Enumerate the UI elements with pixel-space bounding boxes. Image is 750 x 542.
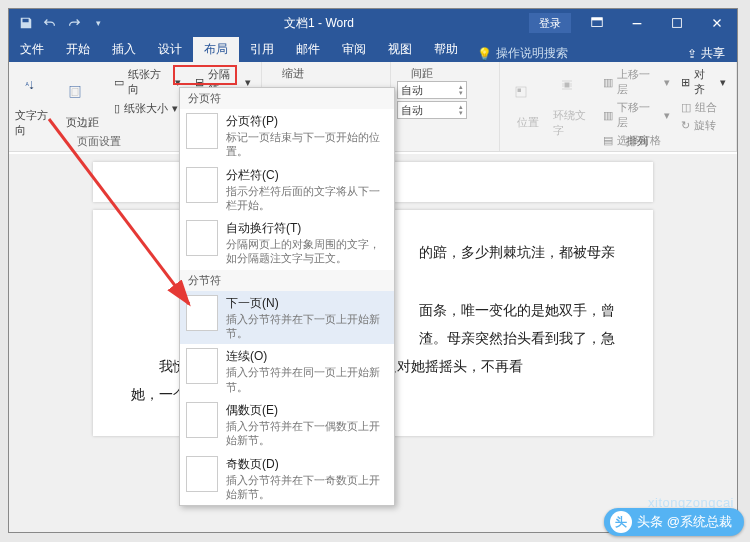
size-icon: ▯	[114, 102, 120, 115]
dd-page-break[interactable]: 分页符(P)标记一页结束与下一页开始的位置。	[180, 109, 394, 163]
tab-design[interactable]: 设计	[147, 37, 193, 62]
dd-even-page-title: 偶数页(E)	[226, 402, 388, 419]
group-button: ◫ 组合	[677, 99, 730, 116]
document-title: 文档1 - Word	[109, 15, 529, 32]
bring-forward-button: ▥ 上移一层 ▾	[599, 66, 674, 98]
save-button[interactable]	[15, 12, 37, 34]
tab-references[interactable]: 引用	[239, 37, 285, 62]
svg-rect-8	[517, 89, 521, 93]
quick-access-toolbar: ▾	[9, 12, 109, 34]
dd-odd-page[interactable]: 奇数页(D)插入分节符并在下一奇数页上开始新节。	[180, 452, 394, 506]
even-page-icon	[186, 402, 218, 438]
spacing-header: 间距	[397, 66, 493, 81]
rotate-button: ↻ 旋转	[677, 117, 730, 134]
tab-insert[interactable]: 插入	[101, 37, 147, 62]
lightbulb-icon: 💡	[477, 47, 492, 61]
svg-rect-2	[633, 23, 642, 24]
spacing-before-input[interactable]: 自动▴▾	[397, 81, 467, 99]
share-button[interactable]: ⇪ 共享	[675, 45, 737, 62]
size-label: 纸张大小	[124, 101, 168, 116]
svg-rect-3	[673, 19, 682, 28]
dd-continuous-title: 连续(O)	[226, 348, 388, 365]
position-icon	[514, 85, 542, 113]
text-direction-icon: A	[23, 78, 51, 106]
minimize-button[interactable]	[617, 9, 657, 37]
dd-odd-page-title: 奇数页(D)	[226, 456, 388, 473]
tell-me-search[interactable]: 💡 操作说明搜索	[469, 45, 568, 62]
wrap-text-button: 环绕文字	[553, 66, 597, 149]
dd-page-break-title: 分页符(P)	[226, 113, 388, 130]
close-button[interactable]	[697, 9, 737, 37]
orientation-button[interactable]: ▭纸张方向 ▾	[110, 66, 185, 98]
tab-view[interactable]: 视图	[377, 37, 423, 62]
tab-file[interactable]: 文件	[9, 37, 55, 62]
size-button[interactable]: ▯纸张大小 ▾	[110, 100, 185, 117]
svg-rect-5	[70, 87, 80, 98]
dd-column-break[interactable]: 分栏符(C)指示分栏符后面的文字将从下一栏开始。	[180, 163, 394, 217]
group-btn-label: 组合	[695, 100, 717, 115]
svg-text:A: A	[25, 80, 29, 86]
watermark-handle: 头条 @系统总裁	[637, 513, 732, 531]
position-button: 位置	[506, 66, 550, 149]
spacing-after-value: 自动	[401, 103, 423, 118]
tab-home[interactable]: 开始	[55, 37, 101, 62]
breaks-dropdown: 分页符 分页符(P)标记一页结束与下一页开始的位置。 分栏符(C)指示分栏符后面…	[179, 87, 395, 506]
maximize-button[interactable]	[657, 9, 697, 37]
redo-button[interactable]	[63, 12, 85, 34]
undo-button[interactable]	[39, 12, 61, 34]
align-button[interactable]: ⊞ 对齐 ▾	[677, 66, 730, 98]
margins-label: 页边距	[66, 115, 99, 130]
dd-text-wrap-title: 自动换行符(T)	[226, 220, 388, 237]
svg-rect-1	[592, 18, 603, 21]
tab-layout[interactable]: 布局	[193, 37, 239, 62]
tab-review[interactable]: 审阅	[331, 37, 377, 62]
orientation-label: 纸张方向	[128, 67, 171, 97]
send-backward-button: ▥ 下移一层 ▾	[599, 99, 674, 131]
dd-next-page-desc: 插入分节符并在下一页上开始新节。	[226, 312, 388, 341]
next-page-icon	[186, 295, 218, 331]
dd-text-wrap-desc: 分隔网页上的对象周围的文字，如分隔题注文字与正文。	[226, 237, 388, 266]
rotate-label: 旋转	[694, 118, 716, 133]
margins-icon	[68, 85, 96, 113]
tab-mailings[interactable]: 邮件	[285, 37, 331, 62]
qat-customize[interactable]: ▾	[87, 12, 109, 34]
share-icon: ⇪	[687, 47, 697, 61]
page-break-icon	[186, 113, 218, 149]
wrap-icon	[560, 78, 588, 106]
continuous-icon	[186, 348, 218, 384]
svg-rect-9	[565, 82, 570, 87]
orientation-icon: ▭	[114, 76, 124, 89]
dd-section-section-breaks: 分节符	[180, 270, 394, 291]
dd-text-wrap-break[interactable]: 自动换行符(T)分隔网页上的对象周围的文字，如分隔题注文字与正文。	[180, 216, 394, 270]
ribbon-options-button[interactable]	[577, 9, 617, 37]
tab-help[interactable]: 帮助	[423, 37, 469, 62]
text-wrap-icon	[186, 220, 218, 256]
text-direction-label: 文字方向	[15, 108, 59, 138]
page-setup-group-label: 页面设置	[29, 134, 169, 149]
ribbon-tabs: 文件 开始 插入 设计 布局 引用 邮件 审阅 视图 帮助 💡 操作说明搜索 ⇪…	[9, 37, 737, 62]
dd-even-page[interactable]: 偶数页(E)插入分节符并在下一偶数页上开始新节。	[180, 398, 394, 452]
align-label: 对齐	[694, 67, 716, 97]
watermark-badge: 头 头条 @系统总裁	[604, 508, 744, 536]
watermark-avatar-icon: 头	[610, 511, 632, 533]
position-label: 位置	[517, 115, 539, 130]
column-break-icon	[186, 167, 218, 203]
dd-next-page[interactable]: 下一页(N)插入分节符并在下一页上开始新节。	[180, 291, 394, 345]
bring-fwd-label: 上移一层	[617, 67, 660, 97]
dd-column-break-desc: 指示分栏符后面的文字将从下一栏开始。	[226, 184, 388, 213]
share-label: 共享	[701, 45, 725, 62]
send-back-label: 下移一层	[617, 100, 660, 130]
wrap-label: 环绕文字	[553, 108, 597, 138]
dd-even-page-desc: 插入分节符并在下一偶数页上开始新节。	[226, 419, 388, 448]
spacing-before-value: 自动	[401, 83, 423, 98]
dd-next-page-title: 下一页(N)	[226, 295, 388, 312]
svg-rect-6	[72, 89, 78, 96]
dd-column-break-title: 分栏符(C)	[226, 167, 388, 184]
dd-odd-page-desc: 插入分节符并在下一奇数页上开始新节。	[226, 473, 388, 502]
arrange-group-label: 排列	[597, 134, 677, 149]
dd-section-page-breaks: 分页符	[180, 88, 394, 109]
dd-continuous[interactable]: 连续(O)插入分节符并在同一页上开始新节。	[180, 344, 394, 398]
login-button[interactable]: 登录	[529, 13, 571, 33]
odd-page-icon	[186, 456, 218, 492]
spacing-after-input[interactable]: 自动▴▾	[397, 101, 467, 119]
